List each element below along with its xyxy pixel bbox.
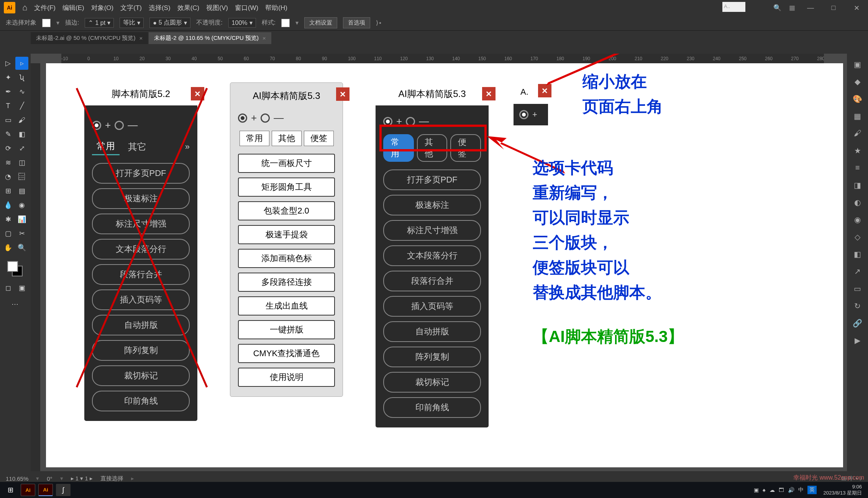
doc-setup-button[interactable]: 文档设置 (304, 17, 337, 28)
opacity-field[interactable]: 100%▾ (228, 18, 256, 28)
menu-view[interactable]: 视图(V) (206, 3, 228, 12)
start-button[interactable]: ⊞ (3, 484, 18, 496)
script-button[interactable]: 包装盒型2.0 (238, 201, 335, 220)
ime-icon[interactable]: 中 (798, 486, 804, 493)
width-tool[interactable]: ≋ (2, 156, 15, 169)
uniform-field[interactable]: 等比▾ (120, 18, 144, 28)
script-button[interactable]: 标注尺寸增强 (383, 220, 481, 241)
free-transform-tool[interactable]: ◫ (15, 156, 28, 169)
arrange-icon[interactable]: ▦ (789, 4, 795, 12)
ime-icon[interactable]: 英 (807, 486, 817, 494)
tray-icon[interactable]: ☁ (770, 487, 775, 493)
tab-other[interactable]: 其他 (272, 131, 302, 146)
script-button[interactable]: 文本段落分行 (92, 239, 190, 260)
search-icon[interactable]: 🔍 (773, 4, 781, 12)
script-button[interactable]: 段落行合并 (92, 264, 190, 285)
taskbar-app-other[interactable]: ∫ (56, 484, 71, 496)
mesh-tool[interactable]: ⊞ (2, 184, 15, 197)
menu-window[interactable]: 窗口(W) (235, 3, 258, 12)
eraser-tool[interactable]: ◧ (15, 128, 28, 141)
doc-tab[interactable]: 未标题-2.ai @ 50 % (CMYK/CPU 预览)× (31, 32, 148, 44)
minimize-button[interactable]: — (803, 3, 818, 13)
rotation[interactable]: 0° (47, 475, 52, 482)
libraries-panel-icon[interactable]: ◆ (851, 75, 864, 88)
radio-on-icon[interactable] (238, 113, 247, 123)
hand-tool[interactable]: ✋ (2, 241, 15, 254)
radio-off-icon[interactable] (115, 121, 124, 130)
menu-file[interactable]: 文件(F) (34, 3, 56, 12)
close-button[interactable]: ✕ (849, 3, 864, 13)
screen-mode[interactable]: ▣ (15, 281, 28, 294)
stroke-weight-field[interactable]: ⌃1 pt▾ (85, 18, 114, 28)
panel-close-button[interactable]: ✕ (191, 87, 204, 100)
eyedropper-tool[interactable]: 💧 (2, 199, 15, 212)
close-tab-icon[interactable]: × (139, 35, 143, 41)
graphic-styles-panel-icon[interactable]: ◇ (851, 230, 864, 243)
color-panel-icon[interactable]: 🎨 (851, 92, 864, 105)
maximize-button[interactable]: □ (826, 3, 841, 13)
script-button[interactable]: 矩形圆角工具 (238, 178, 335, 197)
script-button[interactable]: 阵列复制 (92, 340, 190, 361)
magic-wand-tool[interactable]: ✦ (2, 71, 15, 84)
radio-off-icon[interactable] (261, 113, 270, 123)
brushes-panel-icon[interactable]: 🖌 (851, 127, 864, 140)
edit-toolbar[interactable]: ⋯ (8, 297, 21, 311)
slice-tool[interactable]: ✂ (15, 227, 28, 240)
panel-close-button[interactable]: ✕ (482, 87, 496, 100)
perspective-tool[interactable]: ⿳ (15, 170, 28, 183)
script-button[interactable]: 印前角线 (383, 397, 481, 418)
script-button[interactable]: 印前角线 (92, 391, 190, 411)
artboard-nav[interactable]: ▸ 1 ▾ 1 ▸ (71, 475, 93, 482)
asset-export-panel-icon[interactable]: ↗ (851, 265, 864, 278)
script-button[interactable]: 极速标注 (383, 195, 481, 215)
script-button[interactable]: 裁切标记 (383, 372, 481, 393)
tray-icon[interactable]: 🗔 (779, 487, 784, 493)
script-button[interactable]: 插入页码等 (383, 296, 481, 317)
line-tool[interactable]: ╱ (15, 99, 28, 112)
tab-notes[interactable]: 便签 (304, 131, 334, 146)
menu-object[interactable]: 对象(O) (91, 3, 114, 12)
appearance-panel-icon[interactable]: ◉ (851, 213, 864, 226)
paintbrush-tool[interactable]: 🖌 (15, 113, 28, 127)
radio-on-icon[interactable] (92, 121, 101, 130)
home-icon[interactable]: ⌂ (22, 3, 27, 13)
close-tab-icon[interactable]: × (263, 35, 266, 41)
zoom-level[interactable]: 110.65% (6, 475, 28, 482)
lasso-tool[interactable]: ʯ (15, 71, 28, 84)
volume-icon[interactable]: 🔊 (788, 487, 794, 493)
play-panel-icon[interactable]: ▶ (851, 334, 864, 347)
script-button[interactable]: 自动拼版 (383, 321, 481, 342)
menu-effect[interactable]: 效果(C) (177, 3, 200, 12)
tray-icon[interactable]: ♠ (763, 487, 765, 493)
script-button[interactable]: 极速手提袋 (238, 225, 335, 244)
draw-mode[interactable]: ◻ (2, 281, 15, 294)
script-button[interactable]: 多段路径连接 (238, 273, 335, 292)
chevron-right-icon[interactable]: » (185, 142, 190, 152)
script-button[interactable]: 阵列复制 (383, 347, 481, 367)
artboard-tool[interactable]: ▢ (2, 227, 15, 240)
direct-selection-tool[interactable]: ▹ (15, 57, 28, 70)
prefs-button[interactable]: 首选项 (343, 17, 370, 28)
script-button[interactable]: 裁切标记 (92, 365, 190, 386)
rotate-tool[interactable]: ⟳ (2, 142, 15, 155)
script-button[interactable]: 段落行合并 (383, 271, 481, 291)
layers-panel-icon[interactable]: ◧ (851, 247, 864, 261)
titlebar-search[interactable]: A.. (722, 2, 745, 12)
script-button[interactable]: 极速标注 (92, 188, 190, 209)
properties-panel-icon[interactable]: ▣ (851, 58, 864, 71)
curvature-tool[interactable]: ∿ (15, 85, 28, 98)
blend-tool[interactable]: ◉ (15, 199, 28, 212)
tray-icon[interactable]: ▣ (754, 487, 759, 493)
symbols-panel-icon[interactable]: ★ (851, 144, 864, 157)
links-panel-icon[interactable]: 🔗 (851, 316, 864, 330)
script-button[interactable]: 添加画稿色标 (238, 249, 335, 268)
artboards-panel-icon[interactable]: ▭ (851, 282, 864, 295)
menu-edit[interactable]: 编辑(E) (62, 3, 84, 12)
script-button[interactable]: 使用说明 (238, 368, 335, 387)
tab-common[interactable]: 常用 (92, 138, 120, 155)
script-button[interactable]: 一键拼版 (238, 320, 335, 339)
script-button[interactable]: 自动拼版 (92, 315, 190, 335)
panel-close-button[interactable]: ✕ (336, 87, 349, 101)
gradient-tool[interactable]: ▤ (15, 184, 28, 197)
zoom-tool[interactable]: 🔍 (15, 241, 28, 254)
